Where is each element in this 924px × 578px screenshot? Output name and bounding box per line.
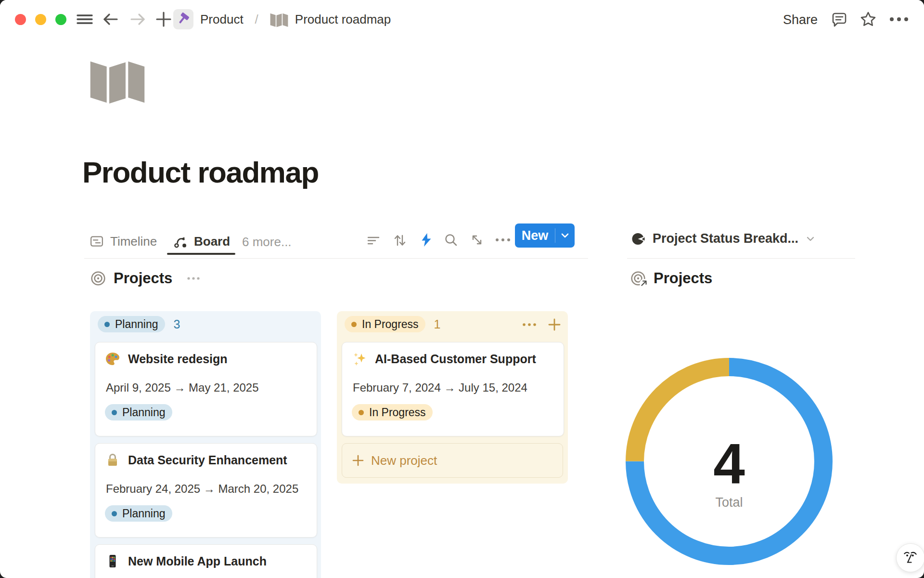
card-status-badge: Planning xyxy=(105,404,172,420)
status-dot xyxy=(359,410,364,415)
column-add-icon[interactable] xyxy=(548,318,561,331)
expand-icon[interactable] xyxy=(470,233,484,247)
board-section-header: Projects xyxy=(90,270,201,287)
forward-arrow-icon[interactable] xyxy=(129,12,146,27)
plus-icon xyxy=(352,454,364,467)
filter-icon[interactable] xyxy=(366,233,381,248)
breadcrumb-workspace-button[interactable] xyxy=(173,9,193,29)
target-icon xyxy=(90,271,106,286)
new-button-label: New xyxy=(515,228,555,243)
new-project-label: New project xyxy=(371,453,437,468)
status-dot xyxy=(351,322,357,327)
traffic-light-zoom[interactable] xyxy=(55,14,66,25)
tab-timeline-label: Timeline xyxy=(110,234,157,249)
card-title: New Mobile App Launch xyxy=(128,554,267,568)
sidebar-menu-icon[interactable] xyxy=(76,12,93,27)
card-title: Website redesign xyxy=(128,352,228,366)
project-card-ai-support[interactable]: AI-Based Customer Support February 7, 20… xyxy=(342,342,564,436)
app-window: Product / Product roadmap Share Product … xyxy=(0,0,924,578)
board-column-in-progress: In Progress 1 AI-Based Customer Support … xyxy=(337,311,568,484)
card-status-badge: In Progress xyxy=(352,404,433,420)
project-card-website-redesign[interactable]: Website redesign April 9, 2025 → May 21,… xyxy=(95,342,317,436)
status-label: Planning xyxy=(122,406,166,419)
share-button[interactable]: Share xyxy=(783,13,818,27)
active-tab-underline xyxy=(167,253,235,255)
palette-icon xyxy=(105,351,120,367)
new-tab-plus-icon[interactable] xyxy=(155,11,172,28)
star-icon[interactable] xyxy=(860,11,877,28)
new-button[interactable]: New xyxy=(515,223,575,248)
status-dot xyxy=(112,511,117,516)
sort-icon[interactable] xyxy=(393,233,407,248)
board-column-planning: Planning 3 Website redesign April 9, 202… xyxy=(90,311,321,578)
hammer-icon xyxy=(176,11,191,27)
column-more-icon[interactable] xyxy=(522,322,537,328)
breadcrumb-page-label[interactable]: Product roadmap xyxy=(295,12,391,27)
card-date-range: April 9, 2025 → May 21, 2025 xyxy=(106,381,259,394)
map-icon xyxy=(270,11,288,27)
tab-more[interactable]: 6 more... xyxy=(242,235,292,250)
tab-board[interactable]: Board xyxy=(173,231,230,251)
more-icon[interactable] xyxy=(888,15,910,23)
search-icon[interactable] xyxy=(444,233,458,247)
chart-view-tab[interactable]: Project Status Breakd... xyxy=(631,231,816,246)
status-label: Planning xyxy=(115,318,158,331)
donut-total-label: Total xyxy=(671,495,787,510)
traffic-light-minimize[interactable] xyxy=(35,14,46,25)
board-header-divider xyxy=(84,258,588,259)
chevron-down-icon xyxy=(805,235,816,243)
screen: Product / Product roadmap Share Product … xyxy=(0,0,924,578)
status-dot xyxy=(104,322,110,327)
card-title: AI-Based Customer Support xyxy=(375,352,536,366)
pie-chart-icon xyxy=(631,232,646,246)
status-dot xyxy=(112,410,117,415)
board-section-title: Projects xyxy=(114,270,172,287)
lightning-icon[interactable] xyxy=(419,232,434,248)
status-badge-planning[interactable]: Planning xyxy=(98,316,165,332)
card-date-range: February 7, 2024 → July 15, 2024 xyxy=(353,381,527,394)
column-count: 1 xyxy=(434,317,441,331)
sparkles-icon xyxy=(352,351,367,367)
breadcrumb: Product / Product roadmap xyxy=(173,9,391,29)
view-options-more-icon[interactable] xyxy=(495,236,511,243)
breadcrumb-separator: / xyxy=(255,12,258,27)
project-card-data-security[interactable]: Data Security Enhancement February 24, 2… xyxy=(95,443,317,538)
new-project-button[interactable]: New project xyxy=(342,443,563,478)
timeline-icon xyxy=(90,235,103,248)
mobile-phone-icon xyxy=(105,553,120,569)
tab-board-label: Board xyxy=(194,234,230,249)
chart-tab-label: Project Status Breakd... xyxy=(653,231,798,246)
tab-timeline[interactable]: Timeline xyxy=(90,231,157,251)
card-title: Data Security Enhancement xyxy=(128,453,287,467)
project-card-mobile-app[interactable]: New Mobile App Launch May 1, 2025 → May … xyxy=(95,544,317,578)
traffic-light-close[interactable] xyxy=(15,14,26,25)
notion-ai-button[interactable] xyxy=(896,543,924,572)
status-label: In Progress xyxy=(362,318,419,331)
window-toolbar: Product / Product roadmap Share xyxy=(0,0,924,39)
page-title: Product roadmap xyxy=(82,155,319,189)
linked-target-icon xyxy=(630,271,646,286)
card-date-range: February 24, 2025 → March 20, 2025 xyxy=(106,482,298,496)
lock-icon xyxy=(105,452,120,468)
chart-header-divider xyxy=(627,258,855,259)
back-arrow-icon[interactable] xyxy=(102,12,119,27)
map-icon xyxy=(87,97,148,105)
status-badge-in-progress[interactable]: In Progress xyxy=(345,316,425,332)
page-icon-button[interactable] xyxy=(87,55,148,105)
card-status-badge: Planning xyxy=(105,505,172,522)
section-more-icon[interactable] xyxy=(187,276,201,281)
chevron-down-icon[interactable] xyxy=(555,232,575,239)
comment-icon[interactable] xyxy=(831,12,847,28)
status-label: In Progress xyxy=(369,406,426,419)
ai-face-icon xyxy=(902,549,919,566)
status-label: Planning xyxy=(122,507,166,520)
donut-total-value: 4 xyxy=(671,431,787,497)
chart-section-title: Projects xyxy=(654,270,712,287)
board-view-icon xyxy=(173,234,188,249)
column-count: 3 xyxy=(174,317,180,331)
breadcrumb-workspace-label[interactable]: Product xyxy=(200,12,244,27)
chart-section-header: Projects xyxy=(630,270,712,287)
